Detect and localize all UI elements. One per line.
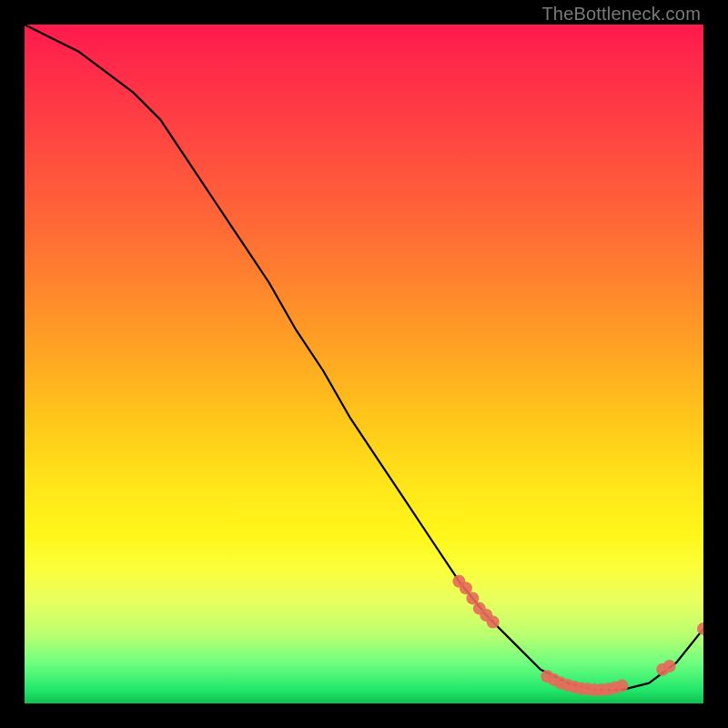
chart-svg: [25, 25, 703, 703]
chart-marker: [663, 660, 676, 672]
chart-marker: [697, 622, 703, 635]
chart-frame: TheBottleneck.com: [0, 0, 728, 728]
chart-marker: [487, 616, 500, 629]
chart-markers: [452, 575, 703, 696]
chart-line: [25, 25, 703, 690]
plot-area: [25, 25, 703, 703]
watermark-label: TheBottleneck.com: [541, 4, 701, 25]
chart-marker: [616, 680, 629, 693]
